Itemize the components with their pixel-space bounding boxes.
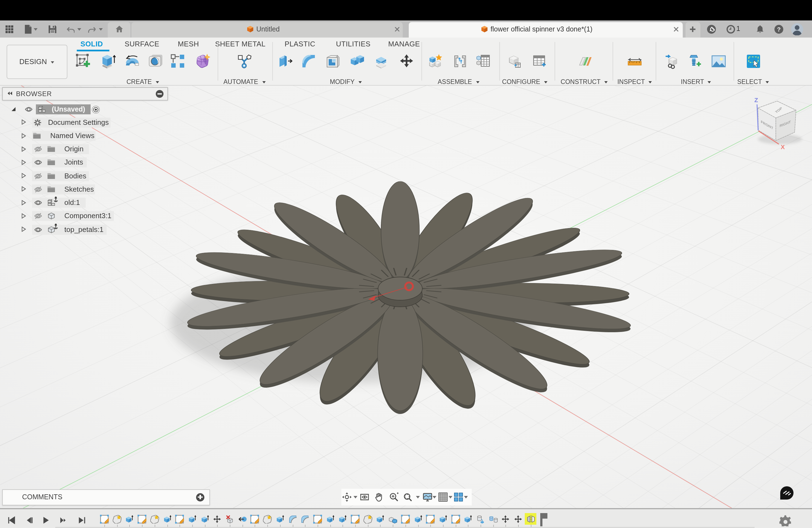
svg-text:Z: Z <box>754 97 758 104</box>
svg-text:X: X <box>781 144 785 150</box>
